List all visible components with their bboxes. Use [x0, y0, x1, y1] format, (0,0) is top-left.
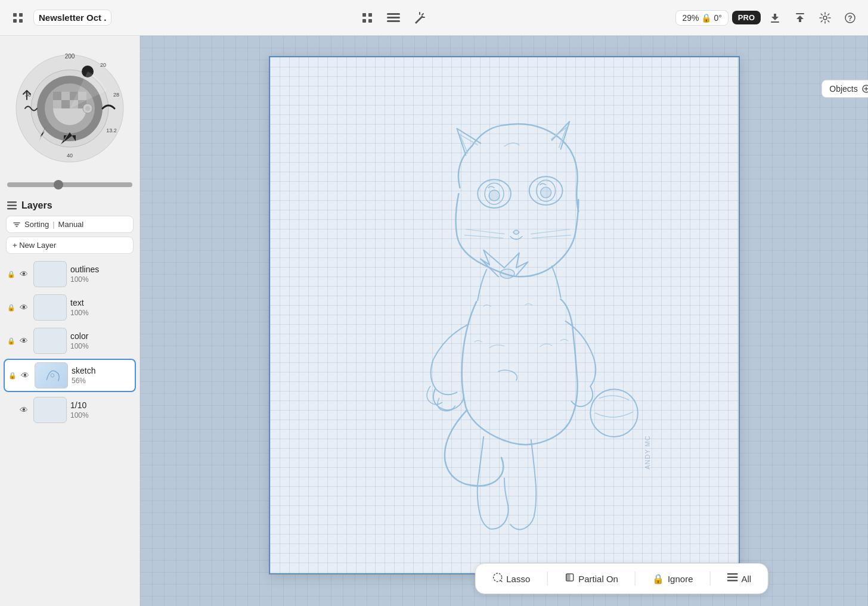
layer-item-text[interactable]: 🔒 👁 text 100%	[4, 292, 136, 323]
layer-item-color[interactable]: 🔒 👁 color 100%	[4, 325, 136, 356]
canvas-area[interactable]: ANDY MC Objects Lasso	[140, 36, 868, 606]
layer-visibility-icon[interactable]: 👁	[19, 371, 31, 380]
sorting-button[interactable]: Sorting | Manual	[6, 216, 134, 233]
svg-point-16	[823, 16, 827, 20]
lasso-tool[interactable]: Lasso	[487, 570, 535, 588]
grid-layout-icon[interactable]	[356, 7, 378, 29]
svg-text:20: 20	[100, 62, 106, 68]
svg-point-44	[51, 374, 54, 377]
magic-wand-icon[interactable]	[409, 7, 430, 29]
toolbar-divider-3	[709, 571, 710, 586]
svg-rect-25	[61, 92, 70, 100]
svg-rect-5	[368, 13, 372, 17]
svg-rect-27	[61, 100, 70, 108]
svg-text:28: 28	[113, 92, 119, 98]
lasso-icon	[492, 572, 503, 585]
app-grid-button[interactable]	[7, 7, 29, 29]
layer-lock-icon: 🔒	[8, 372, 16, 380]
layer-item-sketch[interactable]: 🔒 👁 sketch 56%	[4, 359, 136, 392]
layer-visibility-icon[interactable]: 👁	[18, 405, 30, 415]
layer-thumbnail	[33, 294, 67, 321]
svg-rect-10	[387, 20, 400, 22]
lasso-label: Lasso	[506, 574, 530, 584]
svg-rect-15	[796, 13, 804, 14]
all-icon	[727, 573, 737, 584]
svg-point-47	[489, 190, 500, 201]
svg-rect-41	[7, 201, 17, 203]
brush-size-slider[interactable]	[7, 182, 132, 187]
partial-on-tool[interactable]: Partial On	[559, 570, 623, 588]
layer-info: sketch 56%	[72, 366, 95, 385]
ignore-label: Ignore	[668, 574, 693, 584]
layer-visibility-icon[interactable]: 👁	[18, 269, 30, 279]
layer-opacity: 100%	[70, 275, 99, 284]
objects-button[interactable]: Objects	[822, 80, 868, 98]
layer-info: color 100%	[70, 331, 89, 350]
svg-rect-9	[387, 17, 400, 18]
layer-visibility-icon[interactable]: 👁	[18, 336, 30, 346]
settings-button[interactable]	[814, 7, 836, 29]
svg-rect-8	[387, 13, 400, 15]
svg-text:ANDY MC: ANDY MC	[643, 435, 650, 469]
layer-name: 1/10	[70, 400, 89, 410]
help-button[interactable]: ?	[839, 7, 861, 29]
objects-panel: Objects	[832, 72, 868, 98]
svg-rect-42	[7, 205, 17, 207]
svg-rect-2	[13, 19, 17, 23]
upload-button[interactable]	[789, 7, 811, 29]
layer-info: text 100%	[70, 298, 89, 317]
layer-info: outlines 100%	[70, 265, 99, 284]
svg-point-40	[85, 106, 90, 111]
svg-text:13.2: 13.2	[106, 128, 117, 133]
svg-rect-3	[19, 19, 23, 23]
layer-name: color	[70, 331, 89, 341]
svg-point-51	[500, 269, 514, 278]
layer-item-grid[interactable]: 🔒 👁 1/10 100%	[4, 394, 136, 425]
pro-badge[interactable]: PRO	[732, 11, 761, 24]
layers-title: Layers	[21, 200, 52, 211]
layers-menu-icon[interactable]	[7, 201, 17, 210]
app-title[interactable]: Newsletter Oct .	[33, 10, 111, 26]
new-layer-button[interactable]: + New Layer	[6, 237, 134, 254]
header-left: Newsletter Oct .	[7, 7, 111, 29]
svg-text:200: 200	[65, 53, 75, 60]
toolbar-divider	[547, 571, 547, 586]
svg-rect-58	[727, 573, 737, 575]
svg-text:?: ?	[848, 14, 852, 23]
all-tool[interactable]: All	[722, 571, 756, 586]
layer-thumbnail	[33, 397, 67, 423]
toolbar-divider-2	[635, 571, 636, 586]
menu-lines-icon[interactable]	[383, 7, 404, 29]
layer-name: outlines	[70, 265, 99, 274]
zoom-percent: 29%	[682, 13, 699, 23]
zoom-level[interactable]: 29% 🔒 0°	[675, 10, 728, 26]
svg-rect-24	[53, 92, 61, 100]
layer-item-outlines[interactable]: 🔒 👁 outlines 100%	[4, 259, 136, 290]
brush-size-slider-container[interactable]	[0, 174, 140, 194]
objects-icon	[861, 84, 868, 94]
header-right: 29% 🔒 0° PRO ?	[675, 7, 861, 29]
svg-rect-60	[727, 580, 737, 582]
layer-visibility-icon[interactable]: 👁	[18, 303, 30, 312]
layer-opacity: 100%	[70, 309, 89, 317]
layer-opacity: 100%	[70, 411, 89, 419]
download-button[interactable]	[764, 7, 786, 29]
ignore-tool[interactable]: 🔒 Ignore	[647, 571, 698, 587]
app-header: Newsletter Oct .	[0, 0, 868, 36]
sidebar: 200 20 28 13.2 40 38	[0, 36, 140, 606]
rotation-value: 0°	[714, 13, 721, 23]
radial-tool-wheel[interactable]: 200 20 28 13.2 40 38	[0, 43, 140, 174]
svg-rect-4	[362, 13, 366, 17]
svg-point-50	[540, 187, 551, 198]
svg-rect-14	[771, 21, 779, 23]
svg-rect-0	[13, 13, 17, 17]
svg-text:38: 38	[25, 92, 31, 98]
layer-lock-icon: 🔒	[7, 337, 14, 345]
objects-label: Objects	[829, 84, 857, 94]
canvas-wrapper: ANDY MC	[269, 56, 740, 574]
lock-icon: 🔒	[701, 13, 711, 23]
layer-name: text	[70, 298, 89, 307]
layer-opacity: 56%	[72, 377, 95, 385]
svg-rect-43	[7, 208, 17, 210]
canvas-document[interactable]: ANDY MC	[269, 56, 740, 574]
